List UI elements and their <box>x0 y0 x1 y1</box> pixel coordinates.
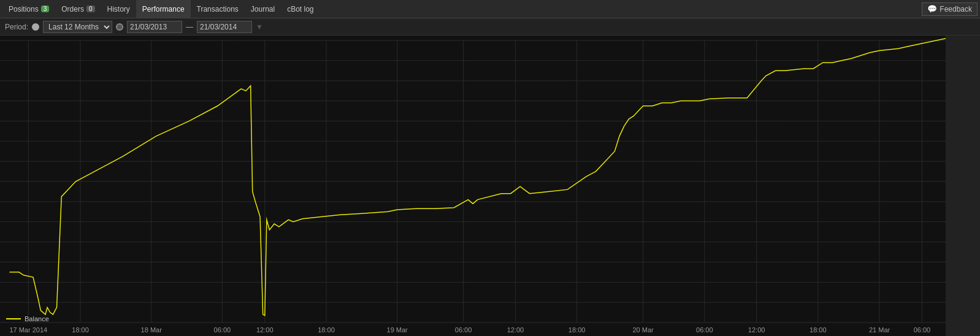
period-radio-filled <box>32 23 39 31</box>
period-bar: Period: Last 12 Months — ▼ <box>0 18 980 36</box>
nav-bar: Positions 3 Orders 0 History Performance… <box>0 0 980 18</box>
nav-item-transactions[interactable]: Transactions <box>191 0 245 18</box>
nav-item-orders[interactable]: Orders 0 <box>55 0 101 18</box>
feedback-button[interactable]: 💬 Feedback <box>922 2 978 16</box>
nav-label-cbot-log: cBot log <box>287 5 313 13</box>
period-text-label: Period: <box>5 23 28 31</box>
performance-chart <box>0 36 980 336</box>
feedback-label: Feedback <box>940 5 972 13</box>
nav-label-orders: Orders <box>61 5 84 13</box>
nav-item-history[interactable]: History <box>101 0 136 18</box>
period-start-date[interactable] <box>127 21 182 33</box>
chart-container: Balance <box>0 36 980 336</box>
nav-item-performance[interactable]: Performance <box>136 0 191 18</box>
nav-badge-orders: 0 <box>86 6 95 12</box>
nav-label-performance: Performance <box>142 5 185 13</box>
feedback-icon: 💬 <box>927 4 937 13</box>
nav-item-cbot-log[interactable]: cBot log <box>281 0 320 18</box>
period-end-date[interactable] <box>197 21 252 33</box>
nav-badge-positions: 3 <box>41 6 50 12</box>
nav-label-transactions: Transactions <box>197 5 239 13</box>
legend-label-balance: Balance <box>25 315 49 323</box>
y-axis <box>946 36 980 336</box>
nav-label-history: History <box>107 5 130 13</box>
nav-label-positions: Positions <box>9 5 39 13</box>
chart-legend: Balance <box>6 315 49 323</box>
nav-item-journal[interactable]: Journal <box>245 0 281 18</box>
period-radio-empty <box>116 23 123 31</box>
period-end-arrow: ▼ <box>256 23 263 31</box>
nav-item-positions[interactable]: Positions 3 <box>2 0 55 18</box>
legend-line-balance <box>6 318 21 319</box>
period-range-select[interactable]: Last 12 Months <box>43 21 112 33</box>
period-date-separator: — <box>186 23 193 31</box>
nav-label-journal: Journal <box>251 5 275 13</box>
